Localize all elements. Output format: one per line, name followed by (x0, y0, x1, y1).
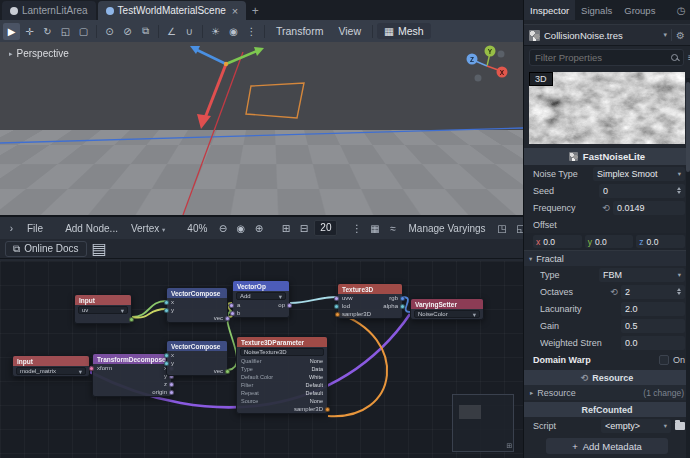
filter-properties-input[interactable] (535, 52, 667, 63)
online-docs-button[interactable]: ⧉ Online Docs (5, 241, 87, 257)
varying-dropdown[interactable]: NoiseColor▾ (414, 310, 480, 318)
manage-varyings-button[interactable]: Manage Varyings (403, 222, 490, 235)
offset-x-field[interactable]: x0.0 (533, 235, 582, 248)
output-port-icon[interactable] (400, 304, 405, 309)
transform-menu[interactable]: Transform (269, 23, 330, 39)
fractal-type-dropdown[interactable]: FBM▾ (599, 268, 685, 282)
snap-toggle-icon[interactable]: ⊞ (278, 223, 293, 234)
input-port-icon[interactable] (229, 303, 234, 308)
checkbox-icon[interactable] (659, 355, 669, 365)
file-menu[interactable]: File (22, 222, 48, 235)
snap-icon[interactable]: ∪ (181, 23, 198, 40)
perspective-menu[interactable]: ▸ Perspective (9, 48, 69, 59)
revert-icon[interactable]: ⟲ (610, 287, 618, 297)
parameter-name-field[interactable]: NoiseTexture3D (240, 348, 324, 356)
tab-groups[interactable]: Groups (618, 0, 661, 20)
ruler-icon[interactable]: ∠ (163, 23, 180, 40)
section-fractal[interactable]: ▾ Fractal (524, 250, 690, 266)
more-options-icon[interactable]: ⋮ (349, 223, 364, 234)
shader-node-vectorcompose-b[interactable]: VectorCompose x y vec (166, 340, 228, 376)
shader-node-input-model-matrix[interactable]: Input model_matrix▾ (12, 355, 90, 377)
stepper-icon[interactable] (677, 187, 681, 194)
frequency-field[interactable]: 0.0149 (613, 201, 685, 215)
noise-type-dropdown[interactable]: Simplex Smoot▾ (593, 167, 685, 181)
minimap-grid-icon[interactable]: ⊞ (506, 442, 512, 450)
domain-warp-value[interactable]: On (673, 355, 685, 365)
zoom-reset-icon[interactable]: ◉ (233, 223, 248, 234)
input-port-icon[interactable] (230, 311, 235, 316)
snap-distance-field[interactable]: 20 (314, 220, 337, 236)
shader-node-varyingsetter[interactable]: VaryingSetter NoiseColor▾ (410, 298, 484, 320)
category-refcounted[interactable]: RefCounted (524, 402, 690, 417)
seed-field[interactable]: 0 (599, 184, 685, 198)
revert-icon[interactable]: ⟲ (602, 203, 610, 213)
chevron-down-icon[interactable]: ▾ (664, 31, 668, 39)
group-icon[interactable]: ⧉ (137, 23, 154, 40)
script-dropdown[interactable]: <empty>▾ (601, 419, 671, 433)
inspector-scrollbar[interactable] (686, 78, 690, 458)
history-icon[interactable]: ◷ (672, 0, 690, 20)
graph-minimap[interactable]: ⊞ (452, 394, 514, 452)
add-scene-tab-button[interactable]: + (246, 1, 264, 20)
lacunarity-field[interactable]: 2.0 (621, 302, 685, 316)
output-port-icon[interactable] (129, 317, 134, 322)
zoom-in-icon[interactable]: ⊕ (251, 223, 266, 234)
move-tool-icon[interactable]: ✛ (21, 23, 38, 40)
input-param-dropdown[interactable]: model_matrix▾ (16, 367, 86, 375)
tab-signals[interactable]: Signals (575, 0, 618, 20)
output-port-icon[interactable] (400, 296, 405, 301)
octaves-field[interactable]: 2 (621, 285, 685, 299)
zoom-out-icon[interactable]: ⊖ (215, 223, 230, 234)
resource-name[interactable]: CollisionNoise.tres (544, 30, 660, 41)
property-offset[interactable]: Offset (524, 216, 690, 233)
weighted-strength-field[interactable]: 0.0 (621, 336, 685, 350)
shader-node-vectorcompose-a[interactable]: VectorCompose x y vec (166, 287, 228, 323)
revert-all-icon[interactable]: ⟲ (581, 373, 589, 383)
overflow-menu-icon[interactable]: ⋮ (243, 23, 260, 40)
output-port-icon[interactable] (287, 303, 292, 308)
mesh-menu[interactable]: ▦ Mesh (377, 23, 431, 39)
vectorop-operator-dropdown[interactable]: Add▾ (236, 292, 286, 300)
input-port-icon[interactable] (164, 308, 169, 313)
offset-z-field[interactable]: z0.0 (636, 235, 685, 248)
class-reference-icon[interactable]: ▤ (92, 239, 107, 258)
environment-icon[interactable]: ◉ (225, 23, 242, 40)
float-window-icon[interactable]: ◳ (495, 223, 510, 234)
output-port-icon[interactable] (169, 390, 174, 395)
tab-inspector[interactable]: Inspector (524, 0, 575, 20)
close-icon[interactable]: × (232, 5, 238, 17)
category-resource[interactable]: ⟲ Resource (524, 370, 690, 385)
rotate-tool-icon[interactable]: ↻ (39, 23, 56, 40)
shader-graph[interactable]: Input uv▾ VectorCompose x y vec VectorOp… (0, 261, 523, 458)
shader-node-texture3d[interactable]: Texture3D uvwrgb lodalpha sampler3D (337, 283, 403, 319)
noise-preview[interactable]: 3D (529, 72, 685, 144)
sun-icon[interactable]: ☀ (207, 23, 224, 40)
scale-tool-icon[interactable]: ◱ (57, 23, 74, 40)
grid-toggle-icon[interactable]: ⊟ (296, 223, 311, 234)
minimap-toggle-icon[interactable]: ▦ (367, 223, 382, 234)
add-metadata-button[interactable]: + Add Metadata (546, 438, 668, 454)
preview-3d-badge[interactable]: 3D (529, 72, 553, 86)
shader-node-vectorop[interactable]: VectorOp Add▾ aop b (232, 280, 290, 318)
scene-tab-lanternlitarea[interactable]: LanternLitArea (2, 1, 96, 20)
stage-dropdown[interactable]: Vertex ▾ (126, 222, 170, 235)
input-port-icon[interactable] (164, 361, 169, 366)
class-header-fastnoiselite[interactable]: FastNoiseLite (524, 148, 690, 165)
output-port-icon[interactable] (169, 382, 174, 387)
list-select-icon[interactable]: ▢ (75, 23, 92, 40)
add-node-button[interactable]: Add Node... (60, 222, 123, 235)
shader-node-input-uv[interactable]: Input uv▾ (74, 294, 132, 324)
filter-properties-box[interactable] (529, 49, 684, 66)
input-port-icon[interactable] (164, 300, 169, 305)
input-port-icon[interactable] (335, 312, 340, 317)
input-port-icon[interactable] (334, 304, 339, 309)
shader-node-transformdecompose[interactable]: TransformDecompose xformx y z origin (92, 353, 172, 397)
input-port-icon[interactable] (89, 366, 94, 371)
collapse-panel-icon[interactable]: › (4, 223, 19, 234)
folder-icon[interactable] (675, 422, 685, 430)
output-port-icon[interactable] (225, 369, 230, 374)
shader-node-texture3dparameter[interactable]: Texture3DParameter NoiseTexture3D Qualif… (236, 336, 328, 414)
lock-icon[interactable]: ⊙ (101, 23, 118, 40)
offset-y-field[interactable]: y0.0 (585, 235, 634, 248)
input-port-icon[interactable] (334, 296, 339, 301)
